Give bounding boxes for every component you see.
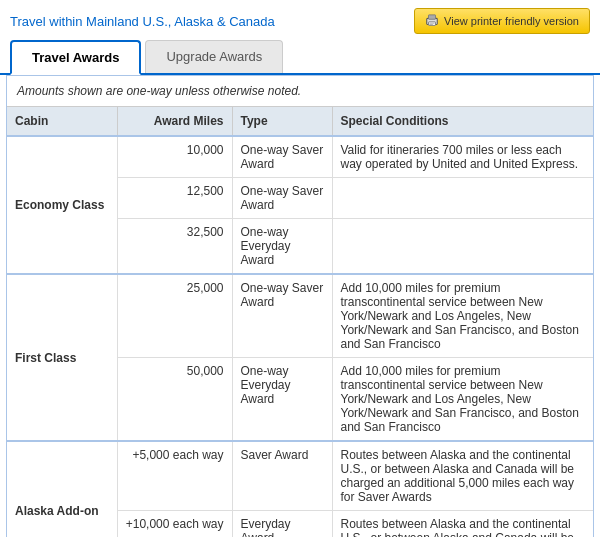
type-cell: One-way Saver Award (232, 274, 332, 358)
miles-cell: 32,500 (117, 219, 232, 275)
col-cabin: Cabin (7, 107, 117, 136)
awards-table: Cabin Award Miles Type Special Condition… (7, 107, 593, 537)
tab-upgrade-awards-label: Upgrade Awards (166, 49, 262, 64)
conditions-cell: Routes between Alaska and the continenta… (332, 511, 593, 538)
miles-cell: 50,000 (117, 358, 232, 442)
table-row: First Class25,000One-way Saver AwardAdd … (7, 274, 593, 358)
cabin-cell: First Class (7, 274, 117, 441)
content-area: Amounts shown are one-way unless otherwi… (6, 75, 594, 537)
conditions-cell: Add 10,000 miles for premium transcontin… (332, 274, 593, 358)
printer-button[interactable]: View printer friendly version (414, 8, 590, 34)
type-cell: One-way Everyday Award (232, 358, 332, 442)
conditions-cell (332, 178, 593, 219)
col-conditions: Special Conditions (332, 107, 593, 136)
tabs-container: Travel Awards Upgrade Awards (0, 40, 600, 75)
miles-cell: 10,000 (117, 136, 232, 178)
page-header: Travel within Mainland U.S., Alaska & Ca… (0, 0, 600, 40)
svg-rect-3 (429, 23, 434, 24)
conditions-cell: Valid for itineraries 700 miles or less … (332, 136, 593, 178)
conditions-cell: Routes between Alaska and the continenta… (332, 441, 593, 511)
cabin-cell: Alaska Add-on (7, 441, 117, 537)
table-row: Alaska Add-on+5,000 each waySaver AwardR… (7, 441, 593, 511)
page-title: Travel within Mainland U.S., Alaska & Ca… (10, 14, 275, 29)
conditions-cell (332, 219, 593, 275)
table-header-row: Cabin Award Miles Type Special Condition… (7, 107, 593, 136)
tab-travel-awards-label: Travel Awards (32, 50, 119, 65)
type-cell: Saver Award (232, 441, 332, 511)
svg-rect-4 (429, 24, 433, 25)
type-cell: One-way Saver Award (232, 178, 332, 219)
printer-button-label: View printer friendly version (444, 15, 579, 27)
col-miles: Award Miles (117, 107, 232, 136)
type-cell: One-way Saver Award (232, 136, 332, 178)
printer-icon (425, 14, 439, 28)
miles-cell: +5,000 each way (117, 441, 232, 511)
cabin-cell: Economy Class (7, 136, 117, 274)
miles-cell: +10,000 each way (117, 511, 232, 538)
miles-cell: 25,000 (117, 274, 232, 358)
svg-rect-1 (429, 15, 436, 19)
tab-upgrade-awards[interactable]: Upgrade Awards (145, 40, 283, 73)
table-row: Economy Class10,000One-way Saver AwardVa… (7, 136, 593, 178)
col-type: Type (232, 107, 332, 136)
notice-text: Amounts shown are one-way unless otherwi… (7, 76, 593, 107)
conditions-cell: Add 10,000 miles for premium transcontin… (332, 358, 593, 442)
miles-cell: 12,500 (117, 178, 232, 219)
type-cell: One-way Everyday Award (232, 219, 332, 275)
type-cell: Everyday Award (232, 511, 332, 538)
tab-travel-awards[interactable]: Travel Awards (10, 40, 141, 75)
